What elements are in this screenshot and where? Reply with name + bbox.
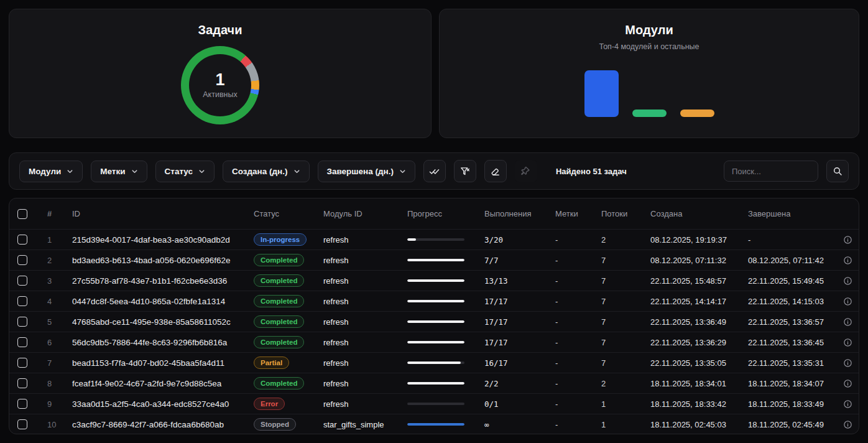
modules-card-subtitle: Топ-4 модулей и остальные <box>440 42 859 51</box>
labels-value: - <box>547 256 593 265</box>
stats-row: Задачи 1 Активных Модули Топ-4 модулей и… <box>9 9 859 138</box>
row-checkbox[interactable] <box>17 235 27 245</box>
info-button[interactable] <box>843 358 852 368</box>
col-header-num: # <box>39 209 64 218</box>
status-badge: In-progress <box>254 233 307 246</box>
bar-module-3 <box>680 110 714 117</box>
row-number: 9 <box>39 399 64 409</box>
result-count: Найдено 51 задач <box>556 167 627 176</box>
row-checkbox[interactable] <box>17 255 27 265</box>
row-checkbox[interactable] <box>17 317 27 327</box>
module-id: refresh <box>315 276 399 286</box>
row-checkbox[interactable] <box>17 419 27 429</box>
search-input[interactable] <box>724 161 818 182</box>
finished-timestamp: 22.11.2025, 13:36:45 <box>740 338 836 347</box>
finished-timestamp: 18.11.2025, 18:33:49 <box>740 399 836 409</box>
threads-count: 7 <box>593 338 642 347</box>
active-tasks-label: Активных <box>203 90 237 99</box>
info-icon <box>843 235 852 245</box>
info-button[interactable] <box>843 256 852 265</box>
col-header-progress: Прогресс <box>399 209 476 218</box>
filter-dropdown-created-days[interactable]: Создана (дн.) <box>223 161 309 182</box>
table-row[interactable]: 3 27c55b78-af78-43e7-b1b1-f62cbe6e3d36 C… <box>9 270 859 291</box>
status-badge: Completed <box>254 274 304 287</box>
finished-timestamp: - <box>740 235 836 245</box>
executions-count: 13/13 <box>476 276 547 286</box>
finished-timestamp: 18.11.2025, 18:34:07 <box>740 379 836 388</box>
status-badge: Completed <box>254 295 304 307</box>
info-button[interactable] <box>843 338 852 347</box>
bar-module-1 <box>584 70 619 117</box>
status-badge: Stopped <box>254 418 296 431</box>
progress-bar <box>407 361 464 364</box>
pin-button[interactable] <box>515 160 537 182</box>
threads-count: 2 <box>593 235 642 245</box>
col-header-created: Создана <box>642 209 740 218</box>
finished-timestamp: 22.11.2025, 13:36:57 <box>740 317 836 327</box>
tasks-donut-chart: 1 Активных <box>181 46 259 124</box>
progress-bar <box>407 382 464 385</box>
select-all-checkbox[interactable] <box>17 209 27 219</box>
created-timestamp: 18.11.2025, 02:45:03 <box>642 420 740 429</box>
table-row[interactable]: 2 bd3aed63-b613-4bad-a056-0620e696f62e C… <box>9 249 859 270</box>
info-button[interactable] <box>843 399 852 409</box>
modules-card-title: Модули <box>440 23 859 37</box>
table-row[interactable]: 4 0447dc8f-5eea-4d10-865a-02fbfe1a1314 C… <box>9 291 859 311</box>
table-row[interactable]: 5 47685abd-ce11-495e-938e-85a58611052c C… <box>9 311 859 332</box>
col-header-module: Модуль ID <box>315 209 399 218</box>
executions-count: 0/1 <box>476 399 547 409</box>
executions-count: 16/17 <box>476 358 547 368</box>
table-row[interactable]: 6 56dc9db5-7886-44fe-8c63-9296fb6b816a C… <box>9 332 859 352</box>
apply-filters-button[interactable] <box>423 160 446 182</box>
row-checkbox[interactable] <box>17 296 27 306</box>
progress-bar <box>407 423 464 426</box>
row-checkbox[interactable] <box>17 399 27 409</box>
modules-card: Модули Топ-4 модулей и остальные <box>439 9 859 138</box>
filter-dropdown-labels[interactable]: Метки <box>91 161 147 182</box>
info-button[interactable] <box>843 276 852 286</box>
info-button[interactable] <box>843 379 852 388</box>
row-checkbox[interactable] <box>17 276 27 286</box>
table-header-row: # ID Статус Модуль ID Прогресс Выполнени… <box>9 198 859 229</box>
progress-bar <box>407 341 464 343</box>
info-icon <box>843 399 852 409</box>
row-checkbox[interactable] <box>17 378 27 388</box>
erase-button[interactable] <box>484 160 507 182</box>
labels-value: - <box>547 235 593 245</box>
clear-filters-button[interactable] <box>454 160 476 182</box>
threads-count: 7 <box>593 358 642 368</box>
labels-value: - <box>547 276 593 286</box>
chevron-down-icon <box>198 168 205 175</box>
row-checkbox[interactable] <box>17 337 27 347</box>
info-button[interactable] <box>843 297 852 306</box>
created-timestamp: 08.12.2025, 07:11:32 <box>642 256 740 265</box>
row-checkbox[interactable] <box>17 358 27 368</box>
table-row[interactable]: 8 fceaf1f4-9e02-4c67-a2fd-9e7c9d88c5ea C… <box>9 373 859 393</box>
task-id: 47685abd-ce11-495e-938e-85a58611052c <box>64 317 246 327</box>
status-badge: Error <box>254 398 285 410</box>
info-button[interactable] <box>843 420 852 429</box>
table-row[interactable]: 9 33aa0d15-a2f5-4ca0-a344-edc8527ce4a0 E… <box>9 393 859 414</box>
finished-timestamp: 18.11.2025, 02:45:49 <box>740 420 836 429</box>
col-header-executions: Выполнения <box>476 209 547 218</box>
row-number: 10 <box>39 420 64 429</box>
threads-count: 2 <box>593 379 642 388</box>
labels-value: - <box>547 297 593 306</box>
table-row[interactable]: 1 215d39e4-0017-4daf-bea3-ae30c90adb2d I… <box>9 229 859 249</box>
modules-bar-chart <box>440 67 859 117</box>
created-timestamp: 18.11.2025, 18:34:01 <box>642 379 740 388</box>
filter-dropdown-status[interactable]: Статус <box>155 161 215 182</box>
info-icon <box>843 317 852 327</box>
info-button[interactable] <box>843 235 852 245</box>
chevron-down-icon <box>131 168 138 175</box>
info-button[interactable] <box>843 317 852 327</box>
filter-dropdown-modules[interactable]: Модули <box>19 161 83 182</box>
table-row[interactable]: 7 bead1153-f7fa-4d07-bd02-45baa5fa4d11 P… <box>9 352 859 373</box>
table-row[interactable]: 10 c3acf9c7-8669-42f7-a066-fdcaa6b680ab … <box>9 414 859 434</box>
filter-dropdown-finished-days[interactable]: Завершена (дн.) <box>318 161 415 182</box>
bar-module-2 <box>632 110 667 117</box>
created-timestamp: 22.11.2025, 13:36:29 <box>642 338 740 347</box>
info-icon <box>843 297 852 306</box>
row-number: 8 <box>39 379 64 388</box>
search-button[interactable] <box>826 160 849 182</box>
